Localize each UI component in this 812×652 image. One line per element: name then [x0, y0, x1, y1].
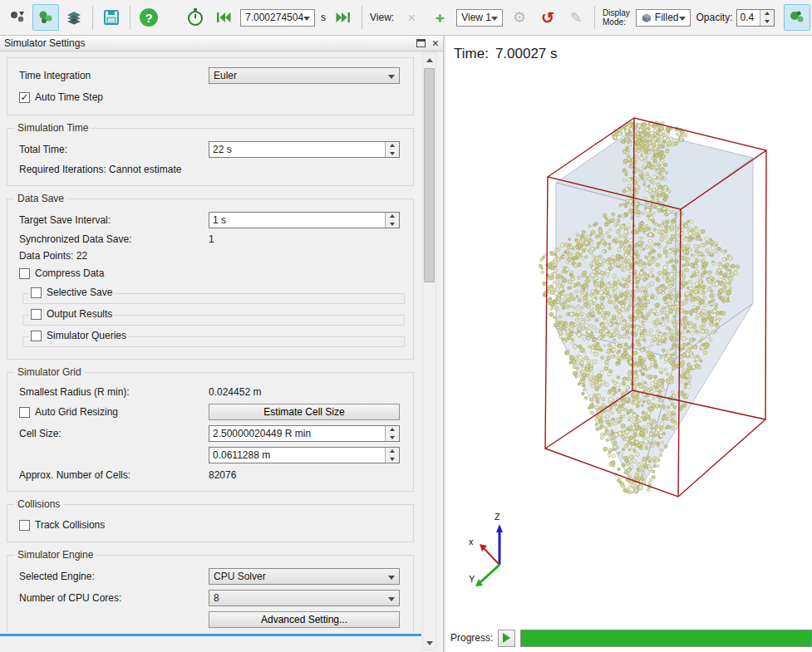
selected-engine-label: Selected Engine: [19, 571, 209, 582]
help-button[interactable]: ? [135, 4, 162, 31]
spin-buttons[interactable] [385, 426, 399, 441]
geometries-button[interactable] [61, 4, 87, 31]
synchronized-data-save-value: 1 [209, 233, 214, 245]
simulator-queries-checkbox[interactable]: Simulator Queries [28, 330, 129, 341]
group-title: Collisions [14, 498, 63, 510]
compress-data-row: Compress Data [12, 264, 406, 282]
cell-size-m-spinbox[interactable]: 0.0611288 m [209, 447, 400, 463]
output-results-checkbox[interactable]: Output Results [28, 308, 115, 320]
checkbox-unchecked-icon [19, 520, 30, 531]
add-view-button[interactable]: + [426, 4, 453, 31]
time-integration-label: Time Integration [19, 70, 209, 81]
checkbox-unchecked-icon [31, 331, 42, 341]
progress-label: Progress: [450, 632, 493, 644]
time-display-value: 7.00027 s [495, 46, 558, 62]
time-combo-value: 7.000274504 [245, 12, 303, 23]
checkbox-unchecked-icon [19, 268, 30, 279]
particle-display-button[interactable] [784, 4, 810, 31]
main-toolbar: ? 7.000274504 s View: × + View 1 ⚙ ↺ ✎ [0, 0, 812, 36]
total-time-value: 22 s [209, 142, 385, 157]
simulator-queries-groupbox: Simulator Queries [22, 336, 405, 347]
view-combo-value: View 1 [461, 12, 491, 23]
spin-buttons[interactable] [385, 448, 399, 463]
group-time-integration: Time Integration Euler ✓ Auto Time Step [7, 57, 414, 115]
opacity-value: 0.4 [737, 10, 760, 26]
advanced-setting-button[interactable]: Advanced Setting... [209, 611, 400, 628]
scene-svg [445, 36, 812, 652]
total-time-row: Total Time: 22 s [12, 139, 406, 160]
target-save-interval-spinbox[interactable]: 1 s [209, 212, 400, 228]
opacity-label: Opacity: [696, 12, 733, 23]
skip-to-end-button[interactable] [330, 4, 357, 31]
cell-size-rmin-value: 2.50000020449 R min [209, 426, 385, 441]
approx-cells-value: 82076 [209, 469, 236, 481]
axis-z-label: Z [495, 512, 500, 522]
play-button[interactable] [498, 630, 515, 647]
cpu-cores-label: Number of CPU Cores: [19, 592, 209, 604]
toolbar-separator [594, 6, 595, 29]
auto-grid-resizing-row: Auto Grid Resizing Estimate Cell Size [12, 401, 406, 423]
checkbox-unchecked-icon [31, 287, 42, 298]
reset-view-button[interactable]: ↺ [534, 4, 561, 31]
time-combo[interactable]: 7.000274504 [240, 9, 315, 27]
compress-data-label: Compress Data [35, 267, 104, 279]
cpu-cores-combo[interactable]: 8 [209, 590, 400, 606]
target-save-interval-value: 1 s [209, 213, 385, 228]
time-unit-label: s [321, 12, 326, 23]
display-mode-label: Display Mode: [603, 8, 630, 27]
panel-title: Simulator Settings [4, 37, 85, 49]
compress-data-checkbox[interactable]: Compress Data [19, 267, 104, 279]
show-particles-button[interactable] [32, 4, 59, 31]
track-collisions-checkbox[interactable]: Track Collisions [19, 519, 105, 531]
remove-view-button[interactable]: × [398, 4, 425, 31]
cell-size-rmin-spinbox[interactable]: 2.50000020449 R min [209, 425, 400, 442]
simulate-button[interactable] [182, 4, 209, 31]
spin-buttons[interactable] [385, 142, 399, 157]
estimate-cell-size-button[interactable]: Estimate Cell Size [209, 404, 400, 420]
particles-icon [37, 8, 55, 27]
chevron-down-icon [388, 597, 395, 605]
skip-to-start-button[interactable] [210, 4, 237, 31]
opacity-spinbox[interactable]: 0.4 [736, 9, 775, 27]
scroll-down-button[interactable] [423, 636, 436, 650]
view-combo[interactable]: View 1 [456, 9, 503, 27]
particle-tool-button[interactable] [4, 4, 31, 31]
auto-grid-resizing-checkbox[interactable]: Auto Grid Resizing [19, 406, 209, 418]
axis-triad [475, 524, 503, 586]
auto-grid-resizing-label: Auto Grid Resizing [35, 406, 118, 418]
synchronized-data-save-label: Synchronized Data Save: [19, 233, 209, 245]
checkbox-unchecked-icon [19, 407, 30, 418]
axis-y-label: Y [469, 574, 475, 584]
time-display: Time: 7.00027 s [454, 46, 558, 62]
edit-view-button[interactable]: ✎ [563, 4, 589, 31]
display-mode-combo[interactable]: Filled [636, 9, 691, 27]
float-panel-icon[interactable] [416, 39, 426, 47]
chevron-down-icon [491, 17, 498, 24]
spin-buttons[interactable] [760, 10, 774, 26]
close-panel-icon[interactable]: × [432, 37, 439, 49]
cell-size-label: Cell Size: [19, 428, 209, 439]
save-button[interactable] [98, 4, 125, 31]
scroll-up-button[interactable] [423, 53, 436, 66]
auto-time-step-checkbox[interactable]: ✓ Auto Time Step [19, 91, 103, 103]
output-results-groupbox: Output Results [22, 315, 405, 326]
chevron-down-icon [388, 576, 395, 583]
spin-buttons[interactable] [385, 213, 399, 228]
smallest-radius-row: Smallest Radius (R min): 0.024452 m [12, 383, 406, 401]
display-mode-value: Filled [655, 12, 679, 23]
skip-end-icon [336, 12, 351, 23]
total-time-spinbox[interactable]: 22 s [209, 141, 400, 158]
scrollbar-thumb[interactable] [424, 68, 435, 282]
progress-row: Progress: [450, 629, 812, 647]
viewport-3d[interactable]: Time: 7.00027 s Z x Y Progress: [445, 36, 812, 652]
selected-engine-combo[interactable]: CPU Solver [209, 568, 400, 585]
panel-titlebar[interactable]: Simulator Settings × [0, 36, 443, 51]
output-results-label: Output Results [47, 308, 112, 320]
time-integration-combo[interactable]: Euler [209, 67, 400, 84]
view-settings-button[interactable]: ⚙ [506, 4, 533, 31]
approx-cells-row: Approx. Number of Cells: 82076 [12, 466, 406, 484]
selective-save-checkbox[interactable]: Selective Save [28, 287, 115, 298]
time-integration-value: Euler [214, 70, 237, 81]
target-save-interval-row: Target Save Interval: 1 s [12, 209, 406, 231]
vertical-scrollbar[interactable] [422, 52, 436, 650]
